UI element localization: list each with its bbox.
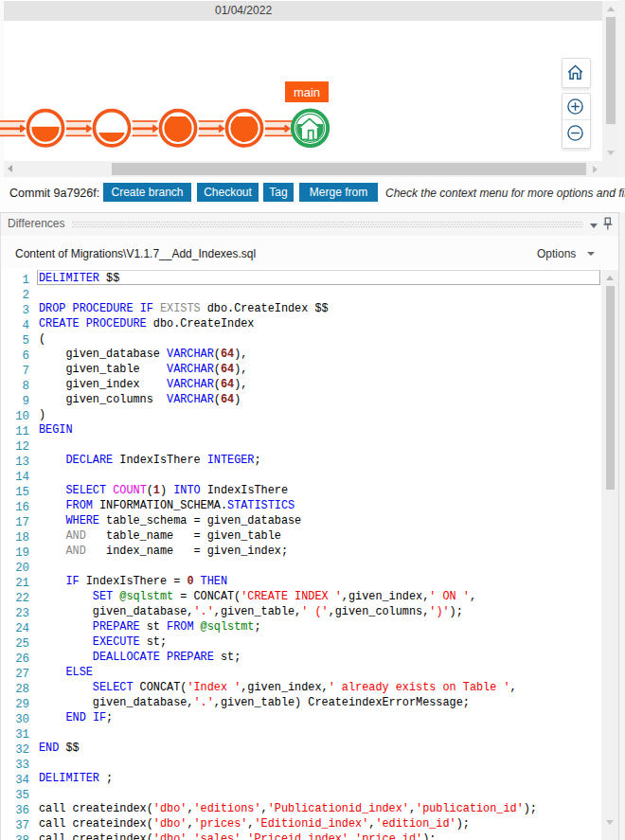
- svg-text:main: main: [294, 85, 320, 99]
